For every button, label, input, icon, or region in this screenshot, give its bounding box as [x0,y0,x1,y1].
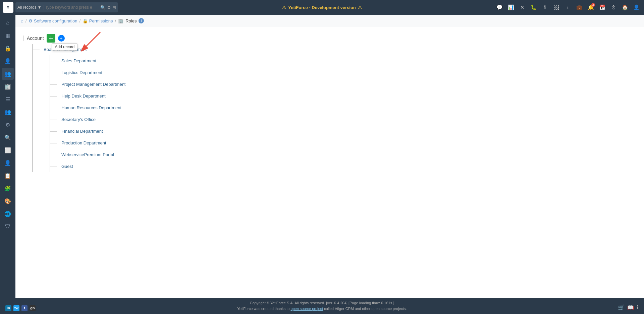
sidebar-item-widget[interactable]: ⬜ [2,144,14,156]
alert-left-icon: ⚠ [282,5,286,10]
breadcrumb-roles-icon: 🏢 [118,18,123,23]
account-label: Account [23,36,44,41]
footer-social: in tw f gh [5,305,36,311]
sidebar-item-puzzle[interactable]: 🧩 [2,182,14,194]
home-icon[interactable]: 🏠 [620,2,630,12]
github-icon[interactable]: gh [30,305,36,311]
breadcrumb-permissions-link[interactable]: 🔒 Permissions [83,18,113,23]
bell-icon[interactable]: 🔔 2 [586,2,596,12]
add-child-button[interactable]: + [58,35,65,42]
top-nav-icons: 💬 📊 ✕ 🐛 ℹ 🖼 + 💼 🔔 2 📅 ⏱ 🏠 👤 [494,2,641,12]
app-logo[interactable]: Y [3,2,13,13]
footer-line1: Copyright © YetiForce S.A. All rights re… [5,300,639,306]
tree-item-production[interactable]: Production Department [50,137,637,149]
sidebar-item-orgchart[interactable]: 🏢 [2,80,14,92]
add-record-button[interactable] [47,34,55,43]
software-config-icon: ⚙ [29,18,33,23]
chart-icon[interactable]: 📊 [506,2,516,12]
search-dropdown[interactable]: All records ▼ [17,5,44,10]
tree-item-logistics[interactable]: Logistics Department [50,67,637,78]
board-tree-container: Board of Management Sales Department Log… [32,44,637,172]
sidebar-item-globe[interactable]: 🌐 [2,208,14,220]
bell-badge: 2 [591,3,595,7]
tree-item-sales[interactable]: Sales Department [50,55,637,67]
add-record-btn-container: Add record [47,34,55,43]
sidebar-item-dashboard[interactable]: ▦ [2,29,14,42]
tree-item-guest[interactable]: Guest [50,161,637,172]
sidebar-item-users[interactable]: 👥 [2,68,14,80]
app-title: ⚠ YetiForce - Development version ⚠ [282,5,362,10]
sidebar-item-shield[interactable]: 🛡 [2,221,14,233]
permissions-icon: 🔒 [83,18,88,23]
close-icon[interactable]: ✕ [517,2,527,12]
home-breadcrumb-icon: ⌂ [21,18,23,23]
book-icon[interactable]: 📖 [627,303,634,312]
sidebar-item-palette[interactable]: 🎨 [2,195,14,207]
page-content: Account Add record [15,27,644,298]
search-grid-icon[interactable]: ⊞ [112,5,116,10]
sidebar-item-list[interactable]: ☰ [2,93,14,105]
sidebar-item-lock[interactable]: 🔒 [2,42,14,54]
info-footer-icon[interactable]: ℹ [637,303,639,312]
image-icon[interactable]: 🖼 [551,2,561,12]
breadcrumb-home-link[interactable]: ⌂ [21,18,23,23]
briefcase-icon[interactable]: 💼 [574,2,584,12]
twitter-icon[interactable]: tw [13,305,19,311]
sidebar-item-settings[interactable]: ⚙ [2,119,14,131]
sidebar-item-search[interactable]: 🔍 [2,131,14,143]
plus-icon[interactable]: + [563,2,573,12]
board-of-management-row[interactable]: Board of Management [33,44,637,55]
chat-icon[interactable]: 💬 [494,2,504,12]
add-record-tooltip: Add record [52,43,78,51]
tree-item-project-mgmt[interactable]: Project Management Department [50,78,637,90]
sidebar-item-home[interactable]: ⌂ [2,17,14,29]
sub-tree: Sales Department Logistics Department Pr… [50,55,637,172]
facebook-icon[interactable]: f [21,305,28,311]
history-icon[interactable]: ⏱ [608,2,619,12]
user-menu-icon[interactable]: 👤 [631,2,641,12]
search-area: All records ▼ 🔍 ⚙ ⊞ [15,2,118,12]
main-layout: ⌂ ▦ 🔒 👤 👥 🏢 ☰ 👥 ⚙ 🔍 ⬜ 👤 📋 🧩 🎨 🌐 🛡 ⌂ / ⚙ … [0,15,644,298]
alert-right-icon: ⚠ [358,5,362,10]
breadcrumb-software-config-link[interactable]: ⚙ Software configuration [29,18,77,23]
sidebar-item-contact[interactable]: 👤 [2,55,14,67]
footer-line2: YetiForce was created thanks to open sou… [5,306,639,312]
bug-icon[interactable]: 🐛 [529,2,539,12]
tree-item-financial[interactable]: Financial Department [50,125,637,137]
calendar-icon[interactable]: 📅 [597,2,607,12]
sidebar-item-groups[interactable]: 👥 [2,106,14,118]
sidebar-item-lead[interactable]: 👤 [2,157,14,169]
breadcrumb: ⌂ / ⚙ Software configuration / 🔒 Permiss… [15,15,644,27]
footer: in tw f gh Copyright © YetiForce S.A. Al… [0,298,644,314]
search-options-icon[interactable]: ⚙ [107,5,111,10]
footer-bottom-icons: 🛒 📖 ℹ [618,303,639,312]
sidebar-item-report[interactable]: 📋 [2,170,14,182]
cart-icon[interactable]: 🛒 [618,303,625,312]
tree-item-secretary[interactable]: Secretary's Office [50,114,637,125]
open-source-link[interactable]: open source project [291,307,323,311]
tree-item-hr[interactable]: Human Resources Department [50,102,637,114]
sidebar: ⌂ ▦ 🔒 👤 👥 🏢 ☰ 👥 ⚙ 🔍 ⬜ 👤 📋 🧩 🎨 🌐 🛡 [0,15,15,298]
search-submit-icon[interactable]: 🔍 [100,5,106,10]
info-circle-icon[interactable]: ℹ [540,2,550,12]
roles-info-icon[interactable]: i [139,18,144,23]
linkedin-icon[interactable]: in [5,305,11,311]
search-input[interactable] [45,5,99,10]
content-area: ⌂ / ⚙ Software configuration / 🔒 Permiss… [15,15,644,298]
top-navbar: Y All records ▼ 🔍 ⚙ ⊞ ⚠ YetiForce - Deve… [0,0,644,15]
tree-item-webservice[interactable]: WebservicePremium Portal [50,149,637,161]
tree-item-helpdesk[interactable]: Help Desk Department [50,90,637,102]
